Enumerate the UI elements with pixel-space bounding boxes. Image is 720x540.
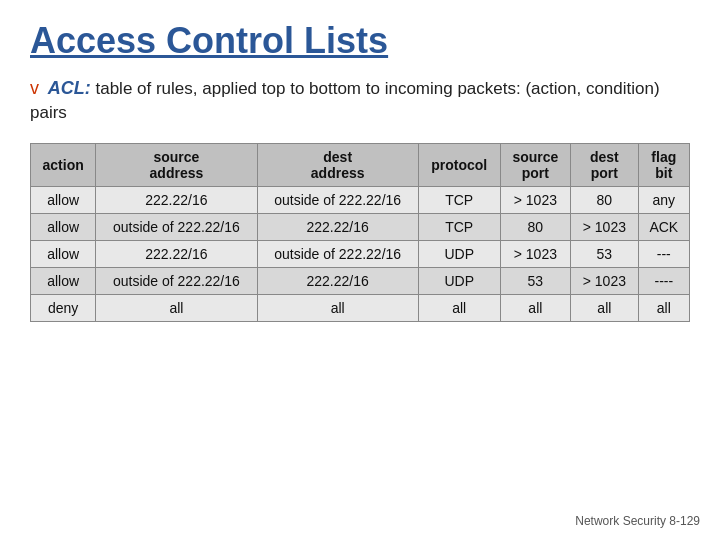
footer-text: Network Security 8-129: [575, 514, 700, 528]
cell-3-3: UDP: [418, 267, 500, 294]
cell-0-5: 80: [571, 186, 638, 213]
table-row: denyallallallallallall: [31, 294, 690, 321]
acl-table: actionsourceaddressdestaddressprotocolso…: [30, 143, 690, 322]
cell-0-4: > 1023: [500, 186, 571, 213]
table-row: allowoutside of 222.22/16222.22/16TCP80>…: [31, 213, 690, 240]
cell-2-4: > 1023: [500, 240, 571, 267]
header-row: actionsourceaddressdestaddressprotocolso…: [31, 143, 690, 186]
cell-2-6: ---: [638, 240, 689, 267]
cell-1-5: > 1023: [571, 213, 638, 240]
cell-4-1: all: [96, 294, 257, 321]
cell-0-6: any: [638, 186, 689, 213]
col-header-1: sourceaddress: [96, 143, 257, 186]
cell-4-4: all: [500, 294, 571, 321]
cell-0-1: 222.22/16: [96, 186, 257, 213]
cell-2-5: 53: [571, 240, 638, 267]
cell-3-0: allow: [31, 267, 96, 294]
cell-4-5: all: [571, 294, 638, 321]
cell-3-1: outside of 222.22/16: [96, 267, 257, 294]
bullet-icon: v: [30, 78, 39, 98]
col-header-3: protocol: [418, 143, 500, 186]
cell-4-2: all: [257, 294, 418, 321]
table-row: allow222.22/16outside of 222.22/16UDP> 1…: [31, 240, 690, 267]
table-header: actionsourceaddressdestaddressprotocolso…: [31, 143, 690, 186]
cell-0-3: TCP: [418, 186, 500, 213]
col-header-2: destaddress: [257, 143, 418, 186]
table-row: allowoutside of 222.22/16222.22/16UDP53>…: [31, 267, 690, 294]
cell-4-6: all: [638, 294, 689, 321]
cell-3-6: ----: [638, 267, 689, 294]
cell-2-2: outside of 222.22/16: [257, 240, 418, 267]
cell-2-0: allow: [31, 240, 96, 267]
cell-2-3: UDP: [418, 240, 500, 267]
cell-0-2: outside of 222.22/16: [257, 186, 418, 213]
col-header-0: action: [31, 143, 96, 186]
page-title: Access Control Lists: [30, 20, 690, 62]
cell-1-3: TCP: [418, 213, 500, 240]
table-row: allow222.22/16outside of 222.22/16TCP> 1…: [31, 186, 690, 213]
subtitle: v ACL: table of rules, applied top to bo…: [30, 76, 690, 125]
cell-1-2: 222.22/16: [257, 213, 418, 240]
cell-3-2: 222.22/16: [257, 267, 418, 294]
col-header-4: sourceport: [500, 143, 571, 186]
col-header-6: flagbit: [638, 143, 689, 186]
col-header-5: destport: [571, 143, 638, 186]
cell-3-5: > 1023: [571, 267, 638, 294]
cell-2-1: 222.22/16: [96, 240, 257, 267]
cell-1-4: 80: [500, 213, 571, 240]
cell-3-4: 53: [500, 267, 571, 294]
acl-label: ACL:: [48, 78, 91, 98]
subtitle-description: table of rules, applied top to bottom to…: [30, 79, 660, 122]
cell-4-3: all: [418, 294, 500, 321]
cell-1-0: allow: [31, 213, 96, 240]
cell-1-1: outside of 222.22/16: [96, 213, 257, 240]
cell-0-0: allow: [31, 186, 96, 213]
cell-4-0: deny: [31, 294, 96, 321]
table-body: allow222.22/16outside of 222.22/16TCP> 1…: [31, 186, 690, 321]
cell-1-6: ACK: [638, 213, 689, 240]
